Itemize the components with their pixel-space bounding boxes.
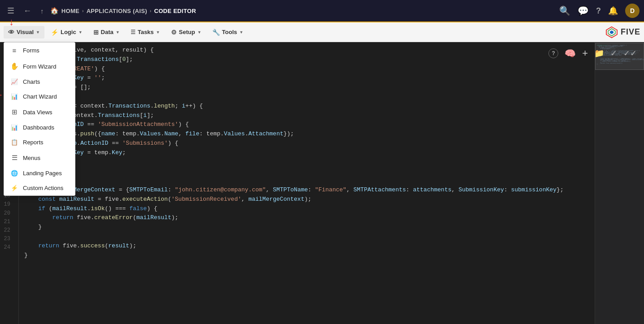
check-icon[interactable]: ✓ <box>610 48 617 58</box>
logic-label: Logic <box>61 29 76 35</box>
dropdown-item-dashboards[interactable]: 📊 Dashboards <box>4 120 75 135</box>
menu-item-data[interactable]: ⊞ Data ▼ <box>89 26 124 39</box>
menu-item-tasks[interactable]: ☰ Tasks ▼ <box>126 26 165 38</box>
reports-icon: 📋 <box>10 139 18 146</box>
dashboards-label: Dashboards <box>23 124 54 131</box>
logic-caret: ▼ <box>79 30 83 35</box>
folder-icon[interactable]: 📁 <box>594 48 604 58</box>
top-bar-right: 🔍 💬 ? 🔔 D <box>559 4 640 18</box>
tools-label: Tools <box>222 29 237 35</box>
custom-actions-label: Custom Actions <box>23 185 63 191</box>
menu-item-visual[interactable]: 👁 Visual ▼ ↓ <box>4 26 44 39</box>
dropdown-item-charts[interactable]: 📈 Charts <box>4 74 75 89</box>
bell-icon[interactable]: 🔔 <box>608 6 618 16</box>
data-views-icon: ⊞ <box>10 108 18 116</box>
visual-dropdown: ≡ Forms ✋ Form Wizard 📈 Charts 📊 Chart W… <box>4 42 75 196</box>
setup-caret: ▼ <box>197 30 202 35</box>
form-wizard-icon: ✋ <box>10 62 18 70</box>
code-editor[interactable]: 9 10 11 12 13 14 15 16 17 18 19 20 21 16… <box>0 42 595 324</box>
editor-label: CODE EDITOR <box>154 8 196 14</box>
chat-icon[interactable]: 💬 <box>578 5 589 16</box>
setup-icon: ⚙ <box>171 29 177 36</box>
editor-area: ? 🧠 + 📁 ✓ ✓✓ 9 10 11 12 13 14 15 16 17 1… <box>0 42 644 324</box>
menu-bar-right: FIVE <box>605 26 640 39</box>
menus-icon: ☰ <box>10 154 18 162</box>
hamburger-icon[interactable]: ☰ <box>4 3 17 18</box>
avatar[interactable]: D <box>625 4 640 18</box>
data-views-label: Data Views <box>23 109 53 116</box>
minimap[interactable]: ewSubmission(five, context, result) { co… <box>595 42 644 324</box>
setup-label: Setup <box>179 29 195 35</box>
tools-caret: ▼ <box>239 30 243 35</box>
tasks-caret: ▼ <box>156 30 160 35</box>
visual-icon: 👁 <box>8 29 14 36</box>
chart-wizard-label: Chart Wizard <box>23 93 57 100</box>
double-check-icon[interactable]: ✓✓ <box>623 48 637 58</box>
editor-toolbar: ? 🧠 + 📁 ✓ ✓✓ <box>541 42 644 65</box>
chart-wizard-icon: 📊 <box>10 93 18 100</box>
menu-item-logic[interactable]: ⚡ Logic ▼ <box>46 26 87 39</box>
data-label: Data <box>101 29 114 35</box>
custom-actions-icon: ⚡ <box>10 185 18 191</box>
five-logo-icon <box>605 26 618 39</box>
dropdown-item-menus[interactable]: ☰ Menus <box>4 150 75 166</box>
menu-bar: 👁 Visual ▼ ↓ ⚡ Logic ▼ ⊞ Data ▼ ☰ Tasks … <box>0 22 644 42</box>
visual-caret: ▼ <box>36 30 40 35</box>
charts-label: Charts <box>23 78 40 85</box>
five-logo-text: FIVE <box>621 27 640 37</box>
forms-label: Forms <box>23 47 39 54</box>
add-icon[interactable]: + <box>582 48 588 59</box>
five-logo: FIVE <box>605 26 640 39</box>
dropdown-item-chart-wizard[interactable]: 📊 Chart Wizard → <box>4 89 75 104</box>
app-label[interactable]: APPLICATIONS (AIS) <box>87 8 147 14</box>
data-icon: ⊞ <box>93 29 99 36</box>
dropdown-item-forms[interactable]: ≡ Forms <box>4 43 75 58</box>
landing-pages-label: Landing Pages <box>23 170 62 177</box>
help-icon[interactable]: ? <box>596 6 601 16</box>
code-lines-container: 9 10 11 12 13 14 15 16 17 18 19 20 21 16… <box>0 42 595 324</box>
breadcrumb-sep2: › <box>150 9 152 13</box>
svg-marker-2 <box>610 30 613 34</box>
charts-icon: 📈 <box>10 78 18 85</box>
dropdown-item-landing-pages[interactable]: 🌐 Landing Pages <box>4 166 75 181</box>
ai-icon[interactable]: 🔍 <box>559 5 570 16</box>
form-wizard-label: Form Wizard <box>23 63 56 70</box>
reports-label: Reports <box>23 139 44 146</box>
back-icon[interactable]: ← <box>21 4 34 18</box>
home-label[interactable]: HOME <box>61 8 79 14</box>
dropdown-item-form-wizard[interactable]: ✋ Form Wizard <box>4 58 75 74</box>
landing-pages-icon: 🌐 <box>10 170 18 177</box>
visual-label: Visual <box>17 29 34 35</box>
menu-item-setup[interactable]: ⚙ Setup ▼ <box>166 26 206 39</box>
help-editor-icon[interactable]: ? <box>548 48 558 58</box>
ai-brain-icon[interactable]: 🧠 <box>565 48 576 59</box>
tasks-label: Tasks <box>138 29 154 35</box>
data-caret: ▼ <box>116 30 120 35</box>
dropdown-item-reports[interactable]: 📋 Reports <box>4 135 75 150</box>
dashboards-icon: 📊 <box>10 124 18 131</box>
breadcrumb-sep1: › <box>82 9 84 13</box>
forms-icon: ≡ <box>10 47 18 54</box>
code-content[interactable]: ewSubmission(five, context, result) { co… <box>19 42 595 324</box>
tasks-icon: ☰ <box>131 29 136 35</box>
tools-icon: 🔧 <box>212 29 220 36</box>
top-bar: ☰ ← ↑ 🏠 HOME › APPLICATIONS (AIS) › CODE… <box>0 0 644 22</box>
dropdown-item-custom-actions[interactable]: ⚡ Custom Actions <box>4 181 75 195</box>
menu-item-tools[interactable]: 🔧 Tools ▼ <box>208 26 248 39</box>
up-icon[interactable]: ↑ <box>38 4 47 17</box>
logic-icon: ⚡ <box>51 29 58 36</box>
breadcrumb: 🏠 HOME › APPLICATIONS (AIS) › CODE EDITO… <box>50 7 196 15</box>
menus-label: Menus <box>23 155 40 161</box>
dropdown-item-data-views[interactable]: ⊞ Data Views <box>4 104 75 120</box>
